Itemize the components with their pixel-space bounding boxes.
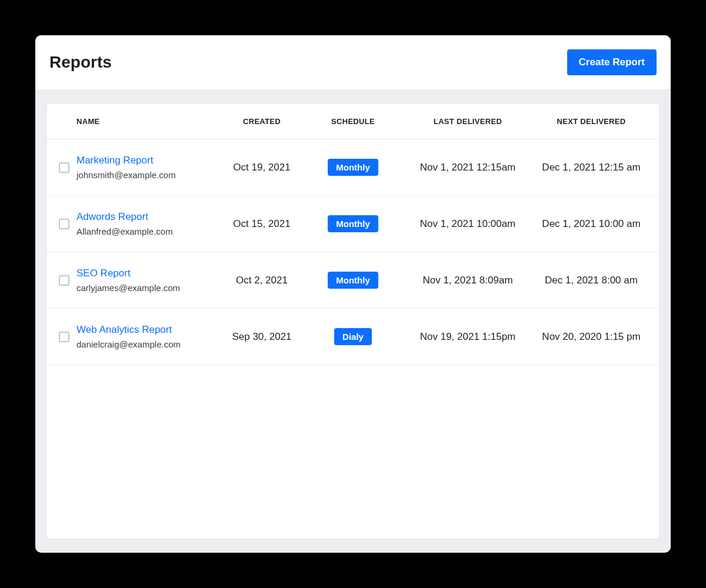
page-title: Reports [49,53,112,72]
col-header-last-delivered: LAST DELIVERED [400,117,535,126]
report-email: carlyjames@example.com [76,283,218,293]
report-name-link[interactable]: Marketing Report [76,155,218,166]
created-cell: Oct 2, 2021 [218,275,306,286]
report-email: Allanfred@example.com [76,226,218,236]
col-header-name: NAME [76,117,218,126]
next-delivered-cell: Dec 1, 2021 12:15 am [535,162,647,173]
col-header-next-delivered: NEXT DELIVERED [535,117,647,126]
create-report-button[interactable]: Create Report [567,49,657,75]
report-name-link[interactable]: Adwords Report [76,211,218,223]
schedule-badge: Monthly [328,159,378,176]
schedule-badge: Monthly [328,272,378,289]
reports-table: NAME CREATED SCHEDULE LAST DELIVERED NEX… [47,104,659,539]
last-delivered-cell: Nov 1, 2021 8:09am [400,275,535,286]
next-delivered-cell: Dec 1, 2021 8:00 am [535,275,647,286]
created-cell: Oct 19, 2021 [218,162,306,173]
col-header-created: CREATED [218,117,306,126]
table-row: SEO Report carlyjames@example.com Oct 2,… [47,252,659,309]
report-email: johnsmith@example.com [76,170,218,180]
report-name-link[interactable]: SEO Report [76,268,218,279]
last-delivered-cell: Nov 1, 2021 10:00am [400,218,535,230]
table-row: Adwords Report Allanfred@example.com Oct… [47,196,659,252]
last-delivered-cell: Nov 19, 2021 1:15pm [400,331,535,343]
next-delivered-cell: Nov 20, 2020 1:15 pm [535,331,647,343]
row-checkbox[interactable] [59,332,69,342]
table-row: Marketing Report johnsmith@example.com O… [47,139,659,196]
report-name-link[interactable]: Web Analytics Report [76,324,218,336]
page-header: Reports Create Report [35,35,671,90]
table-header-row: NAME CREATED SCHEDULE LAST DELIVERED NEX… [47,104,659,139]
reports-window: Reports Create Report NAME CREATED SCHED… [35,35,671,553]
last-delivered-cell: Nov 1, 2021 12:15am [400,162,535,173]
created-cell: Sep 30, 2021 [218,331,306,343]
row-checkbox[interactable] [59,162,69,173]
row-checkbox[interactable] [59,275,69,286]
row-checkbox[interactable] [59,219,69,229]
schedule-badge: Monthly [328,215,378,232]
next-delivered-cell: Dec 1, 2021 10:00 am [535,218,647,230]
body-area: NAME CREATED SCHEDULE LAST DELIVERED NEX… [35,90,671,553]
col-header-schedule: SCHEDULE [306,117,400,126]
report-email: danielcraig@example.com [76,339,218,349]
schedule-badge: Dialy [334,328,372,345]
table-row: Web Analytics Report danielcraig@example… [47,309,659,365]
created-cell: Oct 15, 2021 [218,218,306,230]
